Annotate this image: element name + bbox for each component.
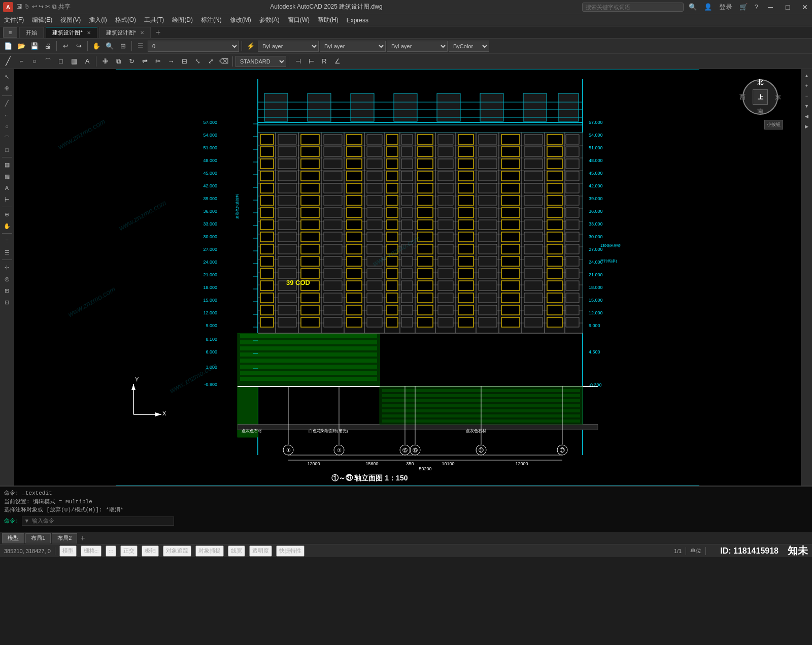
lineweight-btn[interactable]: 线宽 xyxy=(228,545,245,557)
lt-properties[interactable]: ≡ xyxy=(1,235,13,246)
lt-circle[interactable]: ○ xyxy=(1,121,13,132)
lt-extra1[interactable]: ⊞ xyxy=(1,285,13,296)
match-prop[interactable]: ⚡ xyxy=(245,40,257,52)
cart-icon[interactable]: 🛒 xyxy=(737,3,750,11)
linetype-dropdown[interactable]: ByLayer xyxy=(320,41,386,52)
draw-polyline[interactable]: ⌐ xyxy=(15,55,27,68)
lt-move[interactable]: ✙ xyxy=(1,83,13,94)
menu-express[interactable]: Express xyxy=(343,14,373,26)
menu-window[interactable]: 窗口(W) xyxy=(284,14,314,26)
transparency-btn[interactable]: 透明度 xyxy=(249,545,272,557)
tab-add-button[interactable]: + xyxy=(153,28,163,37)
polar-btn[interactable]: 极轴 xyxy=(142,545,159,557)
rt-zoom-out[interactable]: − xyxy=(802,91,811,101)
tab-drawing2[interactable]: 建筑设计图* ✕ xyxy=(99,27,151,38)
lt-osnap[interactable]: ◎ xyxy=(1,273,13,284)
grid-btn[interactable]: 栅格 ::: xyxy=(81,545,102,557)
lt-select[interactable]: ↖ xyxy=(1,71,13,82)
lt-rect[interactable]: □ xyxy=(1,144,13,155)
search-icon[interactable]: 🔍 xyxy=(687,3,699,11)
lt-mtext[interactable]: A xyxy=(1,182,13,194)
menu-draw[interactable]: 绘图(D) xyxy=(168,14,197,26)
tab-close-2[interactable]: ✕ xyxy=(140,30,144,36)
save-button[interactable]: 💾 xyxy=(28,40,41,52)
menu-modify[interactable]: 修改(M) xyxy=(226,14,255,26)
dim-aligned[interactable]: ⊢ xyxy=(305,55,317,68)
new-button[interactable]: 📄 xyxy=(2,40,14,52)
help-icon[interactable]: ? xyxy=(753,3,760,11)
print-button[interactable]: 🖨 xyxy=(42,40,54,52)
rt-pan-up[interactable]: ▲ xyxy=(802,71,811,80)
home-tab-button[interactable]: ≡ xyxy=(3,27,17,38)
btab-layout2[interactable]: 布局2 xyxy=(52,533,77,543)
btab-add[interactable]: + xyxy=(78,534,87,543)
model-status-btn[interactable]: 模型 xyxy=(59,545,77,557)
quick-access-toolbar[interactable]: 🖫 🖰 ↩ ↪ ✂ ⧉ 共享 xyxy=(16,3,71,11)
btab-model[interactable]: 模型 xyxy=(2,533,24,543)
menu-file[interactable]: 文件(F) xyxy=(0,14,28,26)
lineweight-dropdown[interactable]: ByLayer xyxy=(387,41,448,52)
draw-line[interactable]: ╱ xyxy=(2,55,14,68)
draw-text[interactable]: A xyxy=(81,55,93,68)
redo-button[interactable]: ↪ xyxy=(73,40,85,52)
rt-pan-down[interactable]: ▼ xyxy=(802,102,811,111)
dim-radius[interactable]: R xyxy=(318,55,330,68)
modify-extend[interactable]: → xyxy=(165,55,177,68)
menu-help[interactable]: 帮助(H) xyxy=(314,14,343,26)
modify-rotate[interactable]: ↻ xyxy=(125,55,138,68)
canvas-area[interactable]: www.znzmo.com www.znzmo.com www.znzmo.co… xyxy=(14,69,801,486)
ortho-btn[interactable]: 正交 xyxy=(120,545,138,557)
modify-move[interactable]: ✙ xyxy=(99,55,111,68)
plotstyle-dropdown[interactable]: ByColor xyxy=(449,41,489,52)
menu-dimension[interactable]: 标注(N) xyxy=(197,14,226,26)
lt-hatch[interactable]: ▦ xyxy=(1,159,13,170)
pan-button[interactable]: ✋ xyxy=(90,40,103,52)
menu-param[interactable]: 参数(A) xyxy=(255,14,284,26)
menu-tools[interactable]: 工具(T) xyxy=(140,14,168,26)
tab-start[interactable]: 开始 xyxy=(19,27,44,38)
lt-zoom[interactable]: ⊕ xyxy=(1,209,13,220)
lt-layer[interactable]: ☰ xyxy=(1,247,13,258)
undo-button[interactable]: ↩ xyxy=(59,40,72,52)
menu-edit[interactable]: 编辑(E) xyxy=(28,14,56,26)
rt-zoom-in[interactable]: + xyxy=(802,81,811,90)
modify-mirror[interactable]: ⇌ xyxy=(139,55,151,68)
zoom-extent[interactable]: ⊞ xyxy=(117,40,129,52)
textstyle-dropdown[interactable]: STANDARD xyxy=(235,56,286,67)
lt-line[interactable]: ╱ xyxy=(1,98,13,109)
zoom-button[interactable]: 🔍 xyxy=(104,40,116,52)
modify-offset[interactable]: ⊟ xyxy=(178,55,190,68)
lt-arc[interactable]: ⌒ xyxy=(1,133,13,144)
rt-pan-right[interactable]: ▶ xyxy=(802,122,811,131)
close-button[interactable]: ✕ xyxy=(798,2,812,13)
command-input[interactable] xyxy=(22,517,174,526)
qp-btn[interactable]: 快捷特性 xyxy=(276,545,304,557)
menu-view[interactable]: 视图(V) xyxy=(56,14,85,26)
dim-linear[interactable]: ⊣ xyxy=(292,55,304,68)
modify-copy[interactable]: ⧉ xyxy=(112,55,124,68)
login-label[interactable]: 登录 xyxy=(717,3,734,12)
layer-dropdown[interactable]: 0 xyxy=(148,41,239,52)
color-dropdown[interactable]: ByLayer xyxy=(258,41,319,52)
search-input[interactable] xyxy=(582,3,684,12)
tab-close-1[interactable]: ✕ xyxy=(87,30,91,36)
menu-insert[interactable]: 插入(I) xyxy=(85,14,111,26)
modify-erase[interactable]: ⌫ xyxy=(218,55,230,68)
modify-trim[interactable]: ✂ xyxy=(152,55,164,68)
maximize-button[interactable]: □ xyxy=(781,2,795,13)
minimize-button[interactable]: ─ xyxy=(763,2,777,13)
draw-rect[interactable]: □ xyxy=(55,55,67,68)
draw-arc[interactable]: ⌒ xyxy=(42,55,54,68)
draw-circle[interactable]: ○ xyxy=(28,55,41,68)
lt-pan[interactable]: ✋ xyxy=(1,220,13,232)
lt-polyline[interactable]: ⌐ xyxy=(1,109,13,120)
open-button[interactable]: 📂 xyxy=(15,40,27,52)
menu-format[interactable]: 格式(O) xyxy=(111,14,140,26)
dim-angle[interactable]: ∠ xyxy=(331,55,344,68)
lt-dim[interactable]: ⊢ xyxy=(1,194,13,205)
user-icon[interactable]: 👤 xyxy=(702,3,714,11)
view-controls[interactable]: 小按钮 xyxy=(764,120,783,130)
lt-snap[interactable]: ⊹ xyxy=(1,262,13,273)
modify-scale[interactable]: ⤡ xyxy=(191,55,204,68)
osnap-btn[interactable]: 对象追踪 xyxy=(163,545,191,557)
